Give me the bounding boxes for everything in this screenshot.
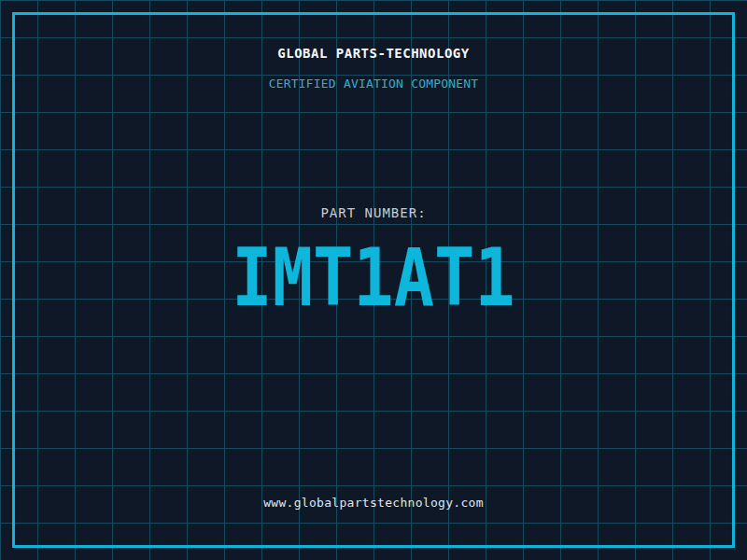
website-url: www.globalpartstechnology.com [0,496,747,510]
blueprint-page: GLOBAL PARTS-TECHNOLOGY CERTIFIED AVIATI… [0,0,747,560]
part-number-value: IMT1AT1 [0,226,747,329]
certification-tagline: CERTIFIED AVIATION COMPONENT [0,77,747,91]
company-name: GLOBAL PARTS-TECHNOLOGY [0,46,747,61]
part-number-label: PART NUMBER: [0,205,747,220]
